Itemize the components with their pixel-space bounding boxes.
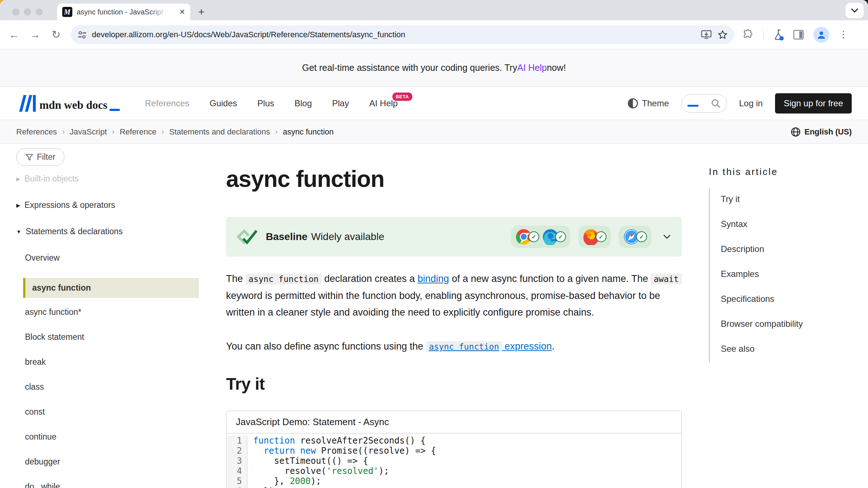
sidebar-item-block-statement[interactable]: Block statement <box>16 332 203 342</box>
toc-link-specifications[interactable]: Specifications <box>721 294 774 304</box>
browser-tab[interactable]: M async function - JavaScript | ✕ <box>57 4 190 20</box>
close-tab-icon[interactable]: ✕ <box>179 8 185 16</box>
check-icon: ✓ <box>555 231 566 242</box>
profile-avatar[interactable] <box>813 27 829 43</box>
sidebar-category-label: Statements & declarations <box>26 227 123 236</box>
nav-item-references[interactable]: References <box>145 98 190 108</box>
sidebar-item-overview[interactable]: Overview <box>16 253 203 263</box>
inline-code: async function <box>246 274 322 284</box>
sidebar-item-class[interactable]: class <box>16 382 203 392</box>
language-selector[interactable]: English (US) <box>791 127 852 137</box>
toc-link-description[interactable]: Description <box>721 244 764 254</box>
expression-paragraph: You can also define async functions usin… <box>226 338 682 355</box>
baseline-check-icon <box>237 229 259 245</box>
nav-item-plus[interactable]: Plus <box>258 98 275 108</box>
close-window-button[interactable] <box>12 8 20 16</box>
forward-button[interactable]: → <box>25 29 46 41</box>
code-line: 4 resolve('resolved'); <box>226 466 681 476</box>
inline-link[interactable]: expression <box>502 341 552 352</box>
inline-code-link[interactable]: async function <box>426 341 502 352</box>
window-controls[interactable] <box>12 8 43 16</box>
tab-title: async function - JavaScript | <box>77 8 167 16</box>
theme-toggle[interactable]: Theme <box>627 98 669 109</box>
login-link[interactable]: Log in <box>739 98 763 108</box>
url-bar[interactable]: developer.allizom.org/en-US/docs/Web/Jav… <box>71 25 734 44</box>
back-button[interactable]: ← <box>4 29 25 41</box>
toc-link-examples[interactable]: Examples <box>721 269 759 279</box>
toc-item: Browser compatibility <box>721 319 854 330</box>
toc-link-see-also[interactable]: See also <box>721 344 754 354</box>
baseline-text: BaselineWidely available <box>266 231 384 243</box>
search-input[interactable] <box>681 94 727 113</box>
toolbar-icons: ⋮ <box>743 27 848 43</box>
demo-code-editor[interactable]: 1function resolveAfter2Seconds() {2 retu… <box>226 433 681 488</box>
mdn-logo[interactable]: mdn web docs <box>16 95 120 112</box>
filter-button[interactable]: Filter <box>16 148 64 166</box>
install-icon[interactable] <box>701 30 712 40</box>
promo-ai-help-link[interactable]: AI Help <box>517 63 547 73</box>
breadcrumb-separator-icon: › <box>112 127 115 137</box>
sidebar-item-const[interactable]: const <box>16 407 203 417</box>
inline-link[interactable]: binding <box>418 273 449 284</box>
baseline-banner: BaselineWidely available ✓ <box>226 217 682 257</box>
browser-toolbar: ← → ↻ developer.allizom.org/en-US/docs/W… <box>0 20 868 49</box>
breadcrumb-link[interactable]: Reference <box>120 127 157 137</box>
chevron-down-icon <box>851 8 858 13</box>
side-panel-icon[interactable] <box>793 30 804 40</box>
breadcrumb-separator-icon: › <box>161 127 164 137</box>
nav-item-play[interactable]: Play <box>332 98 349 108</box>
reload-button[interactable]: ↻ <box>46 28 67 41</box>
toc-title: In this article <box>709 166 854 177</box>
page-title: async function <box>226 166 682 192</box>
sidebar-item-async-function-[interactable]: async function* <box>16 307 203 317</box>
toc-link-try-it[interactable]: Try it <box>721 194 740 204</box>
promo-banner: Get real-time assistance with your codin… <box>0 49 868 87</box>
baseline-browsers: ✓ ✓ <box>511 226 671 248</box>
sidebar-item-debugger[interactable]: debugger <box>16 457 203 467</box>
experiments-beaker-icon[interactable] <box>773 29 784 40</box>
baseline-label: Baseline <box>266 231 307 242</box>
baseline-expand-chevron-icon[interactable] <box>663 234 671 239</box>
toc-item: Try it <box>721 194 854 205</box>
nav-item-blog[interactable]: Blog <box>294 98 312 108</box>
minimize-window-button[interactable] <box>24 8 31 16</box>
bookmark-star-icon[interactable] <box>718 30 728 40</box>
line-number: 3 <box>226 456 247 466</box>
toc-link-syntax[interactable]: Syntax <box>721 219 747 229</box>
nav-item-ai-help[interactable]: AI HelpBETA <box>369 98 398 108</box>
toc-item: Examples <box>721 269 854 280</box>
sidebar-category-built-in-objects[interactable]: ▶Built-in objects <box>16 174 203 184</box>
sidebar-category-statements-declarations[interactable]: ▼Statements & declarations <box>16 227 203 236</box>
search-icon[interactable] <box>711 98 721 108</box>
breadcrumb: References›JavaScript›Reference›Statemen… <box>16 127 334 137</box>
breadcrumb-link[interactable]: Statements and declarations <box>169 127 270 137</box>
extensions-icon[interactable] <box>743 29 754 40</box>
header-actions: Theme Log in Sign up for free <box>627 93 852 114</box>
new-tab-button[interactable]: + <box>198 4 205 20</box>
line-number: 4 <box>226 466 247 476</box>
sidebar-item-do-while[interactable]: do...while <box>16 482 203 488</box>
maximize-window-button[interactable] <box>35 8 43 16</box>
sidebar-category-label: Expressions & operators <box>25 200 115 210</box>
breadcrumb-link[interactable]: References <box>16 127 57 137</box>
signup-button[interactable]: Sign up for free <box>775 93 852 114</box>
sidebar-item-continue[interactable]: continue <box>16 432 203 442</box>
nav-item-guides[interactable]: Guides <box>210 98 237 108</box>
sidebar-item-break[interactable]: break <box>16 357 203 367</box>
firefox-support-pill: ✓ <box>578 226 611 248</box>
firefox-support: ✓ <box>583 228 607 245</box>
breadcrumb-link[interactable]: JavaScript <box>70 127 107 137</box>
browser-menu-icon[interactable]: ⋮ <box>839 29 848 40</box>
inline-code: await <box>651 274 681 284</box>
toc-link-browser-compatibility[interactable]: Browser compatibility <box>721 319 803 329</box>
beta-badge: BETA <box>392 93 412 101</box>
site-settings-icon[interactable] <box>77 30 87 39</box>
mdn-logo-text: mdn web docs <box>39 99 107 112</box>
url-text[interactable]: developer.allizom.org/en-US/docs/Web/Jav… <box>92 30 695 39</box>
theme-label: Theme <box>642 98 669 108</box>
breadcrumb-current: async function <box>283 127 334 137</box>
tab-search-button[interactable] <box>846 3 864 18</box>
sidebar-item-async-function[interactable]: async function <box>23 278 199 298</box>
sidebar-category-expressions-operators[interactable]: ▶Expressions & operators <box>16 200 203 210</box>
check-icon: ✓ <box>636 231 647 242</box>
